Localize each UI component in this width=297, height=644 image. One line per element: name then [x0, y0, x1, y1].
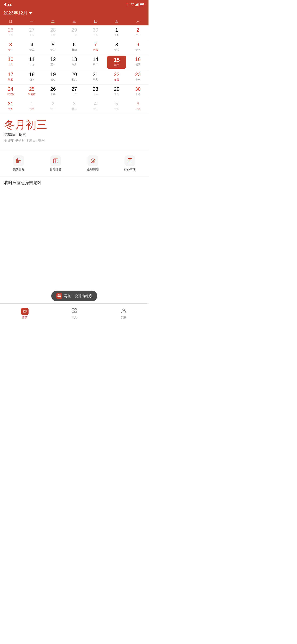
day-header-mon: 一	[21, 20, 43, 24]
chevron-down-icon[interactable]	[29, 12, 32, 14]
calendar-cell-20[interactable]: 20初八	[64, 70, 85, 84]
calendar-cell-30[interactable]: 30十八	[85, 26, 106, 40]
calendar-cell-29[interactable]: 29十七	[64, 26, 85, 40]
calendar-cell-24[interactable]: 24平安夜	[0, 84, 21, 99]
schedule-icon	[13, 156, 24, 166]
quick-action-datecalc[interactable]: + − × ÷ 日期计算	[37, 154, 75, 173]
calendar-cell-21[interactable]: 21初九	[85, 70, 106, 84]
calendar-cell-25[interactable]: 25聖誕節	[21, 84, 43, 99]
calendar-cell-11[interactable]: 11廿九	[21, 55, 43, 70]
svg-point-23	[92, 160, 94, 162]
toast: 再按一次退出程序	[51, 290, 97, 301]
calendar-cell-4[interactable]: 4廿三	[85, 99, 106, 114]
svg-rect-13	[17, 162, 18, 163]
quick-action-cycle[interactable]: 生理周期	[74, 154, 112, 173]
calendar-cell-27[interactable]: 27十五	[21, 26, 43, 40]
calendar-cell-17[interactable]: 17初五	[0, 70, 21, 84]
calendar-cell-7[interactable]: 7大雪	[85, 40, 106, 54]
calendar-cell-16[interactable]: 16初四	[127, 55, 149, 70]
calendar-cell-1[interactable]: 1十九	[106, 26, 127, 40]
calendar-cell-1[interactable]: 1元旦	[21, 99, 43, 114]
calendar-cell-28[interactable]: 28十六	[85, 84, 106, 99]
bottom-nav: 23 日历 工具 我的	[0, 304, 149, 322]
nav-label-calendar: 日历	[22, 316, 28, 320]
calendar-cell-22[interactable]: 22冬至	[106, 70, 127, 84]
bottom-banner-title: 看时辰宜忌择吉避凶	[4, 180, 144, 186]
calendar-cell-28[interactable]: 28十六	[42, 26, 64, 40]
calendar-cell-30[interactable]: 30十八	[127, 84, 149, 99]
svg-rect-12	[18, 161, 19, 162]
calendar-cell-6[interactable]: 6廿四	[64, 40, 85, 54]
svg-rect-32	[58, 294, 61, 298]
calendar-cell-23[interactable]: 23十一	[127, 70, 149, 84]
tools-nav-icon	[72, 308, 77, 315]
calendar-cell-18[interactable]: 18初六	[21, 70, 43, 84]
svg-rect-1	[136, 4, 137, 6]
calendar-cell-9[interactable]: 9廿七	[127, 40, 149, 54]
calendar-cell-15[interactable]: 15初三	[107, 56, 127, 69]
lunar-date: 冬月初三	[4, 119, 144, 130]
calendar-cell-19[interactable]: 19初七	[42, 70, 64, 84]
calendar-cell-4[interactable]: 4廿二	[21, 40, 43, 54]
wifi-icon	[130, 3, 134, 6]
calendar-cell-26[interactable]: 26十四	[0, 26, 21, 40]
calendar-title: 2023年12月	[3, 10, 28, 16]
calendar-cell-5[interactable]: 5廿四	[106, 99, 127, 114]
calendar-cell-14[interactable]: 14初二	[85, 55, 106, 70]
cycle-label: 生理周期	[87, 168, 99, 172]
ganzhi-info: 癸卯年 甲子月 丁未日 [屬兔]	[4, 138, 144, 143]
day-header-thu: 四	[85, 20, 106, 24]
calendar-cell-5[interactable]: 5廿三	[42, 40, 64, 54]
calendar-cell-26[interactable]: 26十四	[42, 84, 64, 99]
svg-rect-11	[17, 161, 18, 162]
calendar-header[interactable]: 2023年12月	[0, 8, 149, 18]
calendar-cell-3[interactable]: 3廿二	[64, 99, 85, 114]
calendar-cell-12[interactable]: 12三十	[42, 55, 64, 70]
battery-icon	[140, 3, 144, 6]
svg-rect-33	[58, 295, 61, 296]
datecalc-label: 日期计算	[50, 168, 62, 172]
day-header-fri: 五	[106, 20, 127, 24]
bottom-banner[interactable]: 看时辰宜忌择吉避凶	[0, 177, 149, 187]
signal-icon	[135, 3, 139, 6]
svg-rect-37	[75, 308, 76, 310]
week-info: 第50周 周五	[4, 132, 144, 137]
day-header-sat: 六	[127, 20, 149, 24]
svg-rect-39	[75, 311, 76, 313]
calendar-cell-13[interactable]: 13冬月	[64, 55, 85, 70]
nav-item-mine[interactable]: 我的	[99, 306, 149, 319]
svg-rect-0	[135, 5, 136, 6]
calendar-grid: 26十四27十五28十六29十七30十八1十九2二十3廿一4廿二5廿三6廿四7大…	[0, 26, 149, 114]
todo-label: 待办事项	[124, 168, 136, 172]
calendar-cell-29[interactable]: 29十七	[106, 84, 127, 99]
svg-rect-5	[140, 4, 143, 5]
calendar-cell-3[interactable]: 3廿一	[0, 40, 21, 54]
status-time: 4:22	[4, 2, 12, 6]
svg-rect-38	[72, 311, 74, 313]
calendar-cell-2[interactable]: 2廿一	[42, 99, 64, 114]
day-header-wed: 三	[64, 20, 85, 24]
svg-text:−: −	[56, 159, 57, 160]
info-section: 冬月初三 第50周 周五 癸卯年 甲子月 丁未日 [屬兔]	[0, 114, 149, 150]
calendar-cell-31[interactable]: 31十九	[0, 99, 21, 114]
svg-rect-36	[72, 308, 74, 310]
calendar-cell-8[interactable]: 8廿六	[106, 40, 127, 54]
nav-label-mine: 我的	[121, 316, 126, 319]
day-header-tue: 二	[42, 20, 64, 24]
day-headers: 日 一 二 三 四 五 六	[0, 18, 149, 26]
svg-rect-3	[138, 3, 139, 6]
quick-action-schedule[interactable]: 我的日程	[0, 154, 37, 173]
nav-label-tools: 工具	[72, 316, 77, 319]
day-header-sun: 日	[0, 20, 21, 24]
nav-item-calendar[interactable]: 23 日历	[0, 306, 50, 320]
calendar-cell-6[interactable]: 6小寒	[127, 99, 149, 114]
svg-rect-14	[18, 162, 19, 163]
calendar-cell-27[interactable]: 27十五	[64, 84, 85, 99]
quick-action-todo[interactable]: 待办事项	[112, 154, 149, 173]
calendar-cell-10[interactable]: 10廿八	[0, 55, 21, 70]
toast-text: 再按一次退出程序	[64, 294, 92, 298]
location-icon: 📍	[126, 3, 129, 6]
svg-text:+: +	[54, 159, 55, 160]
nav-item-tools[interactable]: 工具	[50, 306, 99, 319]
calendar-cell-2[interactable]: 2二十	[127, 26, 149, 40]
